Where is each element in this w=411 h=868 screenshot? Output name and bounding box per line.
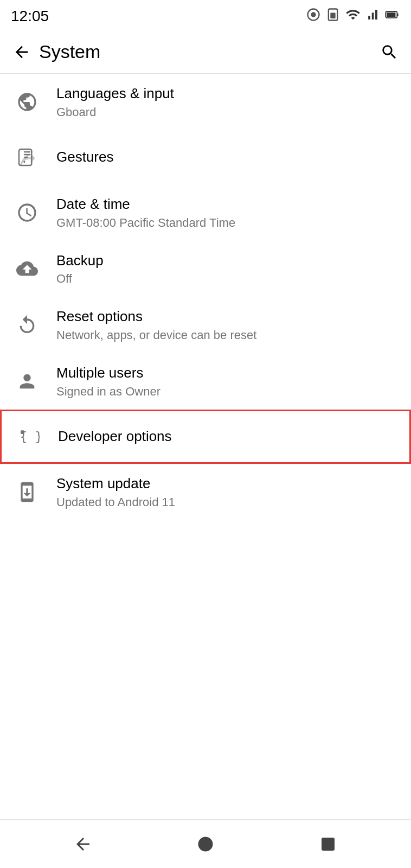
svg-rect-6: [375, 10, 377, 19]
svg-point-11: [23, 161, 25, 162]
system-update-subtitle: Updated to Android 11: [56, 495, 398, 509]
date-time-title: Date & time: [56, 195, 398, 214]
status-icons: [306, 7, 400, 25]
multiple-users-text: Multiple users Signed in as Owner: [56, 364, 398, 399]
developer-options-text: Developer options: [58, 427, 396, 446]
gestures-text: Gestures: [56, 148, 398, 167]
languages-input-text: Languages & input Gboard: [56, 85, 398, 119]
languages-input-title: Languages & input: [56, 85, 398, 103]
system-update-text: System update Updated to Android 11: [56, 475, 398, 509]
svg-point-13: [198, 837, 213, 851]
backup-subtitle: Off: [56, 272, 398, 286]
wifi-icon: [345, 7, 361, 25]
reset-options-text: Reset options Network, apps, or device c…: [56, 308, 398, 342]
settings-item-multiple-users[interactable]: Multiple users Signed in as Owner: [0, 353, 411, 410]
svg-rect-14: [322, 838, 335, 851]
sim-icon: [325, 7, 341, 25]
signal-icon: [365, 7, 380, 25]
nav-home-button[interactable]: [184, 822, 227, 866]
nav-recent-button[interactable]: [306, 822, 350, 866]
code-icon: { }: [15, 423, 43, 451]
languages-input-subtitle: Gboard: [56, 105, 398, 119]
gestures-icon: [13, 143, 41, 171]
reset-icon: [13, 311, 41, 339]
developer-options-title: Developer options: [58, 427, 396, 446]
settings-item-reset-options[interactable]: Reset options Network, apps, or device c…: [0, 297, 411, 353]
settings-item-system-update[interactable]: System update Updated to Android 11: [0, 464, 411, 520]
date-time-subtitle: GMT-08:00 Pacific Standard Time: [56, 216, 398, 230]
sync-icon: [306, 7, 321, 25]
clock-icon: [13, 199, 41, 227]
nav-bar: [0, 819, 411, 868]
svg-rect-8: [387, 12, 395, 17]
status-bar: 12:05: [0, 0, 411, 30]
svg-rect-4: [368, 16, 370, 19]
nav-back-button[interactable]: [61, 822, 105, 866]
settings-item-gestures[interactable]: Gestures: [0, 130, 411, 184]
settings-item-date-time[interactable]: Date & time GMT-08:00 Pacific Standard T…: [0, 184, 411, 241]
backup-title: Backup: [56, 252, 398, 270]
svg-rect-5: [372, 13, 374, 20]
backup-text: Backup Off: [56, 252, 398, 286]
user-icon: [13, 367, 41, 395]
settings-item-backup[interactable]: Backup Off: [0, 241, 411, 297]
backup-icon: [13, 254, 41, 283]
status-time: 12:05: [11, 8, 49, 25]
settings-list: Languages & input Gboard Gestures Date &…: [0, 74, 411, 520]
globe-icon: [13, 88, 41, 116]
search-button[interactable]: [376, 39, 402, 65]
app-bar: System: [0, 30, 411, 74]
settings-item-languages-input[interactable]: Languages & input Gboard: [0, 74, 411, 130]
svg-text:{ }: { }: [20, 429, 40, 444]
system-update-title: System update: [56, 475, 398, 493]
multiple-users-title: Multiple users: [56, 364, 398, 382]
gestures-title: Gestures: [56, 148, 398, 167]
back-button[interactable]: [9, 39, 35, 65]
svg-rect-9: [397, 14, 398, 16]
settings-item-developer-options[interactable]: { } Developer options: [0, 410, 411, 464]
update-icon: [13, 478, 41, 506]
svg-rect-3: [330, 13, 335, 19]
page-title: System: [35, 41, 376, 62]
date-time-text: Date & time GMT-08:00 Pacific Standard T…: [56, 195, 398, 230]
multiple-users-subtitle: Signed in as Owner: [56, 385, 398, 399]
reset-options-title: Reset options: [56, 308, 398, 326]
reset-options-subtitle: Network, apps, or device can be reset: [56, 328, 398, 342]
battery-icon: [384, 7, 400, 25]
svg-point-1: [311, 12, 316, 17]
